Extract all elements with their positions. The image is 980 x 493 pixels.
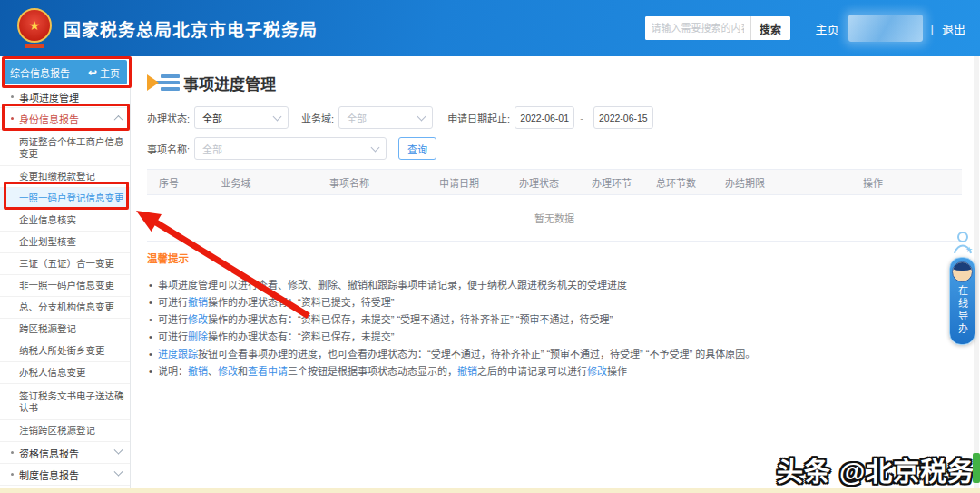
status-select[interactable]: 全部 <box>194 106 289 129</box>
bottom-strip <box>0 488 980 493</box>
tip-link-text: 撤销 <box>457 366 477 377</box>
domain-filter-label: 业务域: <box>301 111 334 125</box>
sidebar-item[interactable]: 办税人信息变更 <box>0 362 130 384</box>
sidebar-item[interactable]: 制度信息报告 <box>0 464 130 486</box>
mascot-avatar-icon <box>952 261 973 282</box>
tip-item: 说明：撤销、修改和查看申请三个按钮是根据事项状态动态显示的，撤销之后的申请记录可… <box>147 365 962 379</box>
search-input[interactable] <box>645 16 750 40</box>
tips-list: 事项进度管理可以进行查看、修改、删除、撤销和跟踪事项申请记录，便于纳税人跟进税务… <box>147 279 962 379</box>
sidebar-item-label: 事项进度管理 <box>19 90 79 104</box>
sidebar-item[interactable]: 变更扣缴税款登记 <box>0 166 130 188</box>
tip-link-text: 删除 <box>188 331 208 342</box>
sidebar-item[interactable]: 事项进度管理 <box>0 86 130 108</box>
sidebar-home-button[interactable]: ↩ 主页 <box>88 65 120 80</box>
sidebar-item-label: 办税人信息变更 <box>19 367 86 379</box>
date-separator: - <box>580 113 583 123</box>
sidebar-item[interactable]: 跨区税源登记 <box>0 319 130 340</box>
table-header-cell: 序号 <box>147 170 191 195</box>
page-title: 事项进度管理 <box>183 72 276 94</box>
sidebar-item-label: 签订税务文书电子送达确认书 <box>19 390 127 414</box>
tip-item: 进度跟踪按钮可查看事项办理的进度，也可查看办理状态为：“受理不通过，待补齐补正”… <box>147 348 962 361</box>
sidebar-item-label: 制度信息报告 <box>19 468 79 482</box>
date-range-label: 申请日期起止: <box>447 111 510 125</box>
empty-state: 暂无数据 <box>147 195 962 242</box>
logout-link[interactable]: 退出 <box>942 20 965 37</box>
online-guide-button[interactable]: 在线导办 <box>949 257 975 345</box>
sidebar-header[interactable]: 综合信息报告 ↩ 主页 <box>3 60 127 84</box>
sidebar-item[interactable]: 纳税人所处街乡变更 <box>0 340 130 362</box>
list-triangle-icon <box>147 72 180 94</box>
filter-bar: 办理状态: 全部 业务域: 全部 申请日期起止: 2022-06-01 - 20… <box>147 106 962 160</box>
tip-link-text: 查看申请 <box>248 366 288 377</box>
tip-item: 事项进度管理可以进行查看、修改、删除、撤销和跟踪事项申请记录，便于纳税人跟进税务… <box>147 279 962 292</box>
chevron-up-icon <box>114 115 123 124</box>
item-name-select[interactable]: 全部 <box>194 137 387 160</box>
table-header-cell: 办理环节 <box>577 170 646 195</box>
tip-link-text: 修改 <box>587 366 607 377</box>
sidebar-item-label: 两证整合个体工商户信息变更 <box>19 136 127 160</box>
item-name-filter-label: 事项名称: <box>147 142 190 156</box>
sidebar-item-label: 跨区税源登记 <box>19 323 76 335</box>
date-from-input[interactable]: 2022-06-01 <box>514 106 574 129</box>
tips-panel: 温馨提示 事项进度管理可以进行查看、修改、删除、撤销和跟踪事项申请记录，便于纳税… <box>147 251 962 379</box>
sidebar-item-label: 企业划型核查 <box>19 236 76 248</box>
table-header-cell: 办结期限 <box>706 170 784 195</box>
sidebar-home-label: 主页 <box>100 65 120 80</box>
tip-item: 可进行修改操作的办理状态有：“资料已保存，未提交” “受理不通过，待补齐补正” … <box>147 313 962 327</box>
svg-text:★: ★ <box>965 245 973 254</box>
chevron-down-icon <box>114 468 123 477</box>
online-guide-label: 在线导办 <box>956 285 970 336</box>
date-to-input[interactable]: 2022-06-15 <box>593 106 653 129</box>
sidebar-item[interactable]: 三证（五证）合一变更 <box>0 253 130 275</box>
bullet-dot-icon <box>11 473 14 476</box>
table-header-cell: 业务域 <box>191 170 281 195</box>
sidebar-header-title: 综合信息报告 <box>10 65 70 80</box>
main-content: 事项进度管理 办理状态: 全部 业务域: 全部 申请日期起止: 2022-06-… <box>132 56 962 382</box>
user-service-icon[interactable]: ★ <box>953 230 975 255</box>
sidebar-item-label: 资格信息报告 <box>19 446 79 460</box>
query-button[interactable]: 查询 <box>398 137 436 160</box>
domain-select[interactable]: 全部 <box>338 106 433 129</box>
search-box: 搜索 <box>645 16 790 40</box>
sidebar-item-label: 三证（五证）合一变更 <box>19 258 114 270</box>
sidebar-item[interactable]: 签订税务文书电子送达确认书 <box>0 384 130 420</box>
results-table: 序号业务域事项名称申请日期办理状态办理环节总环节数办结期限操作 暂无数据 <box>147 169 962 242</box>
star-icon: ★ <box>29 19 41 32</box>
table-header-cell: 总环节数 <box>646 170 706 195</box>
tip-item: 可进行撤销操作的办理状态有：“资料已提交，待受理” <box>147 296 962 310</box>
sidebar-item[interactable]: 非一照一码户信息变更 <box>0 275 130 297</box>
sidebar-item-label: 非一照一码户信息变更 <box>19 280 114 291</box>
national-emblem-icon: ★ <box>15 8 54 48</box>
sidebar-item[interactable]: 两证整合个体工商户信息变更 <box>0 130 130 166</box>
sidebar-item-label: 身份信息报告 <box>19 112 79 126</box>
bullet-dot-icon <box>11 95 14 98</box>
page: ★ 国家税务总局北京市电子税务局 搜索 主页 | 退出 综合信息报告 ↩ 主页 … <box>0 0 980 493</box>
search-button[interactable]: 搜索 <box>750 16 790 40</box>
chevron-down-icon <box>273 112 282 121</box>
sidebar-item[interactable]: 资格信息报告 <box>0 442 130 464</box>
sidebar-item[interactable]: 注销跨区税源登记 <box>0 420 130 442</box>
tip-link-text: 撤销 <box>188 297 208 308</box>
chevron-down-icon <box>417 112 426 121</box>
table-header-cell: 办理状态 <box>501 170 577 195</box>
sidebar-item[interactable]: 企业划型核查 <box>0 232 130 253</box>
table-header-row: 序号业务域事项名称申请日期办理状态办理环节总环节数办结期限操作 <box>147 170 962 195</box>
watermark-text: 头条 @北京税务 <box>777 450 975 488</box>
sidebar-item-label: 总、分支机构信息变更 <box>19 301 114 313</box>
home-link[interactable]: 主页 <box>816 20 839 37</box>
tips-title: 温馨提示 <box>147 251 962 271</box>
sidebar-item[interactable]: 总、分支机构信息变更 <box>0 297 130 319</box>
green-strip <box>973 453 980 483</box>
table-header-cell: 事项名称 <box>281 170 417 195</box>
table-header-cell: 操作 <box>784 170 962 195</box>
page-title-row: 事项进度管理 <box>147 71 962 94</box>
table-header-cell: 申请日期 <box>417 170 501 195</box>
chevron-down-icon <box>371 143 380 152</box>
sidebar-item[interactable]: 一照一码户登记信息变更 <box>0 188 130 210</box>
sidebar-item[interactable]: 企业信息核实 <box>0 210 130 232</box>
sidebar-item[interactable]: 身份信息报告 <box>0 108 130 130</box>
bullet-dot-icon <box>11 117 14 120</box>
sidebar-item-label: 一照一码户登记信息变更 <box>19 192 124 204</box>
sidebar-item-label: 变更扣缴税款登记 <box>19 171 95 182</box>
tip-link-text: 进度跟踪 <box>158 349 198 360</box>
